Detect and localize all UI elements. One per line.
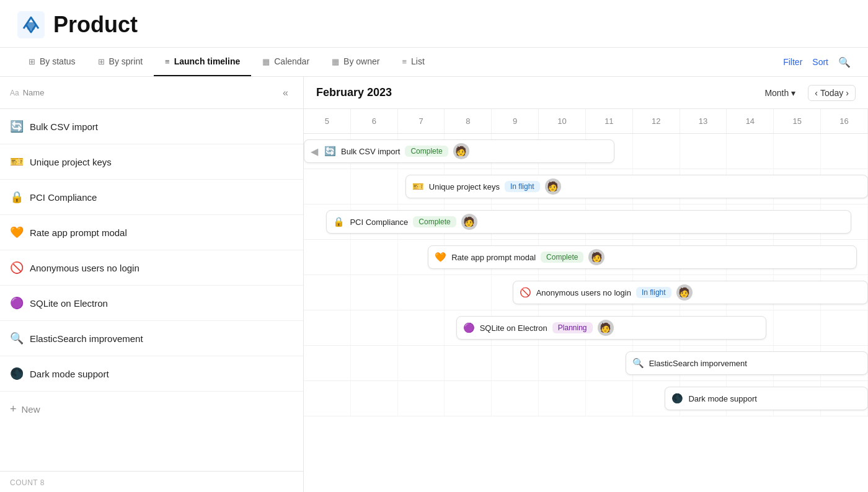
sidebar-item-pci[interactable]: 🔒 PCI Compliance [0,180,303,215]
search-button[interactable]: 🔍 [838,56,851,68]
sqlite-avatar: 🧑 [598,320,614,336]
bulk-csv-bar-label: Bulk CSV import [341,147,400,156]
svg-rect-1 [27,22,35,30]
aa-label: Aa [10,89,19,97]
sort-button[interactable]: Sort [812,57,828,67]
app-header: Product [0,0,868,48]
sidebar-item-sqlite[interactable]: 🟣 SQLite on Electron [0,286,303,321]
tab-launch-timeline-label: Launch timeline [174,56,241,66]
tab-list-label: List [411,56,425,66]
sqlite-icon: 🟣 [10,296,24,310]
table-icon: ⊞ [29,57,35,66]
list-icon: ≡ [402,57,407,66]
tab-by-owner[interactable]: ▦ By owner [321,48,391,76]
anon-users-bar-icon: 🚫 [520,287,531,298]
rate-app-icon: 🧡 [10,226,24,239]
day-14: 14 [727,109,774,133]
day-15: 15 [774,109,821,133]
day-6: 6 [351,109,398,133]
day-12: 12 [633,109,680,133]
elasticsearch-label: ElasticSearch improvement [30,333,143,344]
tab-launch-timeline[interactable]: ≡ Launch timeline [154,48,251,76]
tab-by-status-label: By status [40,56,76,66]
collapse-button[interactable]: « [278,85,293,101]
today-label: Today [820,88,843,98]
tab-calendar[interactable]: ▦ Calendar [251,48,321,76]
tab-by-sprint-label: By sprint [109,56,143,66]
rate-app-bar-icon: 🧡 [435,252,446,263]
rate-app-status: Complete [541,252,583,263]
sidebar-footer: COUNT 8 [0,471,303,492]
bar-unique-keys[interactable]: 🎫 Unique project keys In flight 🧑 [405,175,868,198]
timeline-row-1: 🎫 Unique project keys In flight 🧑 [304,169,868,204]
nav-tabs: ⊞ By status ⊞ By sprint ≡ Launch timelin… [0,48,868,77]
prev-icon: ‹ [815,88,818,98]
unique-keys-bar-icon: 🎫 [412,181,424,192]
day-7: 7 [398,109,445,133]
pci-bar-label: PCI Compliance [350,217,408,227]
sidebar-item-dark-mode[interactable]: 🌑 Dark mode support [0,356,303,392]
bar-bulk-csv[interactable]: ◀ 🔄 Bulk CSV import Complete 🧑 [304,139,614,163]
bulk-csv-avatar: 🧑 [453,143,469,159]
day-9: 9 [492,109,539,133]
month-selector[interactable]: Month ▾ [760,86,800,100]
count-label: COUNT 8 [10,478,45,487]
timeline-body: ◀ 🔄 Bulk CSV import Complete 🧑 🎫 Unique … [304,134,868,492]
timeline-area: February 2023 Month ▾ ‹ Today › 5 6 7 8 … [304,77,868,492]
tab-by-sprint[interactable]: ⊞ By sprint [87,48,154,76]
bar-rate-app[interactable]: 🧡 Rate app prompt modal Complete 🧑 [428,245,857,269]
app-logo-icon [17,11,45,38]
nav-actions: Filter Sort 🔍 [783,56,851,68]
bar-pci[interactable]: 🔒 PCI Compliance Complete 🧑 [326,210,851,234]
tab-by-owner-label: By owner [343,56,379,66]
day-13: 13 [680,109,727,133]
sidebar-item-anon-users[interactable]: 🚫 Anonymous users no login [0,250,303,286]
unique-keys-label: Unique project keys [30,157,112,167]
pci-label: PCI Compliance [30,192,97,203]
owner-icon: ▦ [332,57,339,66]
dark-mode-icon: 🌑 [10,367,24,380]
next-icon: › [846,88,849,98]
bulk-csv-icon: 🔄 [10,120,24,133]
sidebar-item-unique-keys[interactable]: 🎫 Unique project keys [0,144,303,180]
bar-elasticsearch[interactable]: 🔍 ElasticSearch imporvement [626,351,868,375]
bar-anon-users[interactable]: 🚫 Anonymous users no login In flight 🧑 [513,281,868,304]
sqlite-label: SQLite on Electron [30,298,108,309]
anon-users-avatar: 🧑 [676,284,693,301]
today-button[interactable]: ‹ Today › [808,85,856,101]
filter-button[interactable]: Filter [783,57,802,67]
pci-avatar: 🧑 [461,214,477,230]
unique-keys-avatar: 🧑 [545,178,561,195]
tab-calendar-label: Calendar [274,56,309,66]
day-16: 16 [821,109,868,133]
timeline-header: February 2023 Month ▾ ‹ Today › [304,77,868,109]
rate-app-avatar: 🧑 [588,249,604,265]
sidebar-item-elasticsearch[interactable]: 🔍 ElasticSearch improvement [0,321,303,356]
bar-dark-mode[interactable]: 🌑 Dark mode support [665,387,868,410]
anon-users-bar-label: Anonymous users no login [536,288,631,297]
timeline-row-0: ◀ 🔄 Bulk CSV import Complete 🧑 [304,134,868,169]
chevron-down-icon: ▾ [791,88,795,98]
sidebar-rows: 🔄 Bulk CSV import 🎫 Unique project keys … [0,109,303,471]
sidebar-item-bulk-csv[interactable]: 🔄 Bulk CSV import [0,109,303,144]
elasticsearch-bar-label: ElasticSearch imporvement [649,359,747,368]
tab-list[interactable]: ≡ List [391,48,435,76]
sidebar-header: Aa Name « [0,77,303,109]
day-8: 8 [445,109,492,133]
anon-users-label: Anonymous users no login [30,263,140,273]
day-11: 11 [586,109,633,133]
timeline-row-4: 🚫 Anonymous users no login In flight 🧑 [304,275,868,310]
anon-users-status: In flight [636,287,671,298]
main-content: Aa Name « 🔄 Bulk CSV import 🎫 Unique pro… [0,77,868,492]
bulk-csv-status: Complete [405,146,448,157]
sidebar-item-rate-app[interactable]: 🧡 Rate app prompt modal [0,215,303,250]
bulk-csv-bar-icon: 🔄 [324,146,336,157]
bulk-csv-label: Bulk CSV import [30,121,98,132]
unique-keys-bar-label: Unique project keys [429,182,500,191]
new-item-button[interactable]: + New [0,392,303,427]
timeline-current-month: February 2023 [316,86,392,99]
back-arrow-icon: ◀ [311,146,318,157]
tab-by-status[interactable]: ⊞ By status [17,48,87,76]
bar-sqlite[interactable]: 🟣 SQLite on Electron Planning 🧑 [456,316,767,340]
new-label: New [22,404,40,415]
